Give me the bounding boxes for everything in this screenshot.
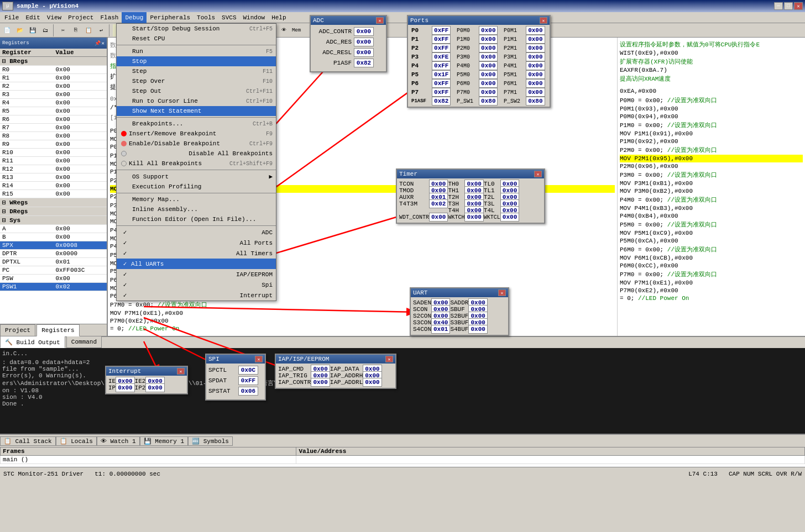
p4m1-val[interactable]: 0x00: [526, 61, 545, 70]
wktch-val[interactable]: 0x00: [464, 213, 483, 222]
close-button[interactable]: ✕: [794, 2, 803, 10]
ports-close-btn[interactable]: ✕: [540, 17, 547, 24]
spi-close-btn[interactable]: ✕: [255, 356, 263, 362]
menu-kill-all-bp[interactable]: Kill All BreakpointsCtrl+Shift+F9: [117, 159, 276, 168]
reg-row-r9[interactable]: R90x00: [0, 140, 107, 149]
btn-call-stack[interactable]: 📋 Call Stack: [0, 436, 56, 446]
ip-val[interactable]: 0x00: [116, 383, 134, 392]
menu-run-cursor[interactable]: Run to Cursor LineCtrl+F10: [117, 96, 276, 106]
adc-close-btn[interactable]: ✕: [376, 17, 384, 24]
menu-svcs[interactable]: SVCS: [218, 12, 239, 23]
menu-disable-all-bp[interactable]: Disable All Breakpoints: [117, 149, 276, 159]
menu-enable-bp[interactable]: Enable/Disable BreakpointCtrl+F9: [117, 139, 276, 149]
p0-val[interactable]: 0xFF: [432, 26, 451, 35]
reg-row-r5[interactable]: R50x00: [0, 107, 107, 115]
maximize-button[interactable]: □: [784, 2, 793, 10]
menu-step-over[interactable]: Step OverF10: [117, 76, 276, 86]
menu-stop[interactable]: Stop: [117, 56, 276, 66]
wktcl-val[interactable]: 0x00: [500, 213, 519, 222]
menu-all-timers[interactable]: ✓All Timers: [117, 248, 276, 259]
p7-val[interactable]: 0xFF: [432, 88, 451, 97]
p2m1-val[interactable]: 0x00: [526, 44, 545, 52]
wdt-val[interactable]: 0x00: [429, 213, 448, 222]
open-btn[interactable]: 📂: [14, 24, 26, 36]
reg-row-psw1[interactable]: PSW10x02: [0, 283, 107, 291]
reg-row-r11[interactable]: R110x00: [0, 157, 107, 165]
btn-symbols[interactable]: 🔤 Symbols: [188, 436, 233, 446]
menu-view[interactable]: View: [44, 12, 65, 23]
reg-row-r0[interactable]: R00x00: [0, 66, 107, 74]
reg-row-b[interactable]: B0x00: [0, 233, 107, 241]
btn-watch1[interactable]: 👁 Watch 1: [97, 436, 140, 446]
psw1-val[interactable]: 0x80: [479, 97, 498, 106]
tab-build-output[interactable]: 🔨 Build Output: [0, 336, 65, 348]
spstat-val[interactable]: 0x06: [238, 387, 258, 396]
btn-memory1[interactable]: 💾 Memory 1: [140, 436, 188, 446]
p3m0-val[interactable]: 0x00: [479, 52, 498, 61]
menu-help[interactable]: Help: [268, 12, 289, 23]
reg-group-wregs[interactable]: ⊟ WRegs: [0, 198, 107, 207]
menu-reset-cpu[interactable]: Reset CPU: [117, 34, 276, 44]
save-btn[interactable]: 💾: [27, 24, 39, 36]
minimize-button[interactable]: —: [774, 2, 783, 10]
new-btn[interactable]: 📄: [1, 24, 13, 36]
p0m0-val[interactable]: 0x00: [479, 26, 498, 35]
p7m1-val[interactable]: 0x00: [526, 88, 545, 97]
save-all-btn[interactable]: 🗂: [39, 24, 51, 36]
menu-start-stop-debug[interactable]: Start/Stop Debug SessionCtrl+F5: [117, 24, 276, 34]
reg-row-r12[interactable]: R120x00: [0, 165, 107, 173]
menu-adc[interactable]: ✓ADC: [117, 227, 276, 238]
paste-btn[interactable]: 📋: [82, 24, 95, 36]
reg-row-r14[interactable]: R140x00: [0, 182, 107, 190]
cut-btn[interactable]: ✂: [57, 24, 69, 36]
reg-row-r6[interactable]: R60x00: [0, 115, 107, 124]
adc-resl-value[interactable]: 0x00: [354, 48, 374, 57]
reg-row-r10[interactable]: R100x00: [0, 149, 107, 157]
menu-os-support[interactable]: OS Support▶: [117, 171, 276, 182]
menu-run[interactable]: RunF5: [117, 46, 276, 56]
p6-val[interactable]: 0xFF: [432, 79, 451, 88]
p3-val[interactable]: 0xFE: [432, 52, 451, 61]
p0m1-val[interactable]: 0x00: [526, 26, 545, 35]
menu-step-out[interactable]: Step OutCtrl+F11: [117, 86, 276, 96]
reg-row-r2[interactable]: R20x00: [0, 82, 107, 91]
ip2-val[interactable]: 0x00: [145, 383, 164, 392]
reg-row-r7[interactable]: R70x00: [0, 124, 107, 132]
menu-exec-profiling[interactable]: Execution Profiling: [117, 182, 276, 192]
iap-contr-val[interactable]: 0x00: [311, 378, 330, 387]
p1m0-val[interactable]: 0x00: [479, 35, 498, 44]
reg-group-sys[interactable]: ⊟ Sys: [0, 216, 107, 225]
interrupt-close-btn[interactable]: ✕: [177, 368, 185, 375]
menu-inline-asm[interactable]: Inline Assembly...: [117, 204, 276, 214]
p2m0-val[interactable]: 0x00: [479, 44, 498, 52]
spctl-val[interactable]: 0x0C: [238, 366, 258, 375]
p4m0-val[interactable]: 0x00: [479, 61, 498, 70]
menu-project[interactable]: Project: [65, 12, 97, 23]
reg-row-r1[interactable]: R10x00: [0, 74, 107, 82]
menu-all-ports[interactable]: ✓All Ports: [117, 238, 276, 248]
menu-iap-eeprom[interactable]: ✓IAP/EEPROM: [117, 269, 276, 280]
menu-window[interactable]: Window: [240, 12, 269, 23]
menu-debug[interactable]: Debug: [122, 12, 147, 23]
tab-project[interactable]: Project: [0, 324, 35, 336]
p5m0-val[interactable]: 0x00: [479, 70, 498, 79]
menu-func-editor[interactable]: Function Editor (Open Ini File)...: [117, 214, 276, 224]
psw2-val[interactable]: 0x80: [526, 97, 545, 106]
p5-val[interactable]: 0x1F: [432, 70, 451, 79]
mem-btn[interactable]: Mem: [290, 24, 302, 36]
p4-val[interactable]: 0xFF: [432, 61, 451, 70]
s4con-val[interactable]: 0x01: [431, 325, 450, 334]
undo-btn[interactable]: ↩: [95, 24, 107, 36]
reg-row-dptr[interactable]: DPTR0x0000: [0, 250, 107, 258]
reg-group-dregs[interactable]: ⊟ DRegs: [0, 207, 107, 216]
menu-flash[interactable]: Flash: [97, 12, 122, 23]
menu-insert-bp[interactable]: Insert/Remove BreakpointF9: [117, 129, 276, 139]
adc-res-value[interactable]: 0x00: [354, 38, 374, 46]
watch-btn[interactable]: 👁: [278, 24, 290, 36]
p6m1-val[interactable]: 0x00: [526, 79, 545, 88]
adc-contr-value[interactable]: 0x00: [354, 27, 374, 36]
tab-registers[interactable]: Registers: [36, 324, 79, 336]
adc-p1asf-value[interactable]: 0x82: [354, 59, 374, 67]
reg-row-a[interactable]: A0x00: [0, 225, 107, 233]
timer-close-btn[interactable]: ✕: [534, 171, 542, 177]
